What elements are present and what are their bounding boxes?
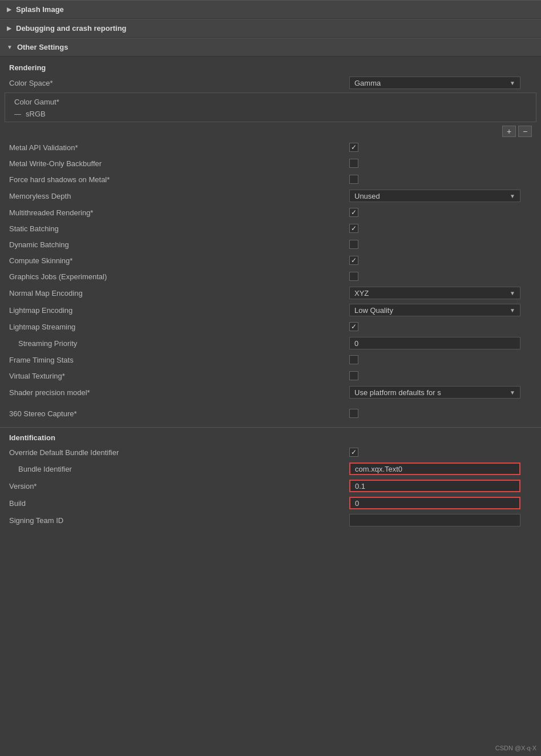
- other-settings-label: Other Settings: [17, 43, 68, 51]
- lightmap-encoding-value: Low Quality: [354, 306, 393, 315]
- stereo-capture-row: 360 Stereo Capture*: [0, 405, 541, 421]
- add-remove-row: + −: [0, 123, 541, 139]
- compute-skinning-label: Compute Skinning*: [9, 256, 349, 265]
- version-input[interactable]: [349, 480, 520, 492]
- normal-map-label: Normal Map Encoding: [9, 289, 349, 297]
- normal-map-row: Normal Map Encoding XYZ ▼: [0, 284, 541, 301]
- color-gamut-row: — sRGB: [10, 108, 531, 119]
- dynamic-batching-row: Dynamic Batching: [0, 236, 541, 252]
- metal-write-label: Metal Write-Only Backbuffer: [9, 159, 349, 168]
- lightmap-streaming-row: Lightmap Streaming: [0, 319, 541, 335]
- override-bundle-checkbox[interactable]: [349, 448, 358, 457]
- metal-write-row: Metal Write-Only Backbuffer: [0, 155, 541, 171]
- shader-precision-control: Use platform defaults for s ▼: [349, 386, 532, 399]
- add-gamut-button[interactable]: +: [502, 126, 516, 137]
- bundle-id-label: Bundle Identifier: [18, 465, 349, 473]
- bundle-id-control: [349, 463, 532, 475]
- signing-team-control: [349, 514, 532, 526]
- remove-gamut-button[interactable]: −: [518, 126, 532, 137]
- shader-precision-dropdown[interactable]: Use platform defaults for s ▼: [349, 386, 520, 399]
- signing-team-label: Signing Team ID: [9, 516, 349, 525]
- graphics-jobs-checkbox[interactable]: [349, 272, 358, 281]
- force-hard-label: Force hard shadows on Metal*: [9, 175, 349, 184]
- watermark: CSDN @X·q·X: [495, 745, 536, 751]
- multithreaded-control: [349, 208, 532, 217]
- lightmap-encoding-row: Lightmap Encoding Low Quality ▼: [0, 301, 541, 319]
- color-space-value: Gamma: [354, 79, 381, 87]
- compute-skinning-control: [349, 256, 532, 265]
- memoryless-label: Memoryless Depth: [9, 192, 349, 200]
- lightmap-encoding-control: Low Quality ▼: [349, 304, 532, 316]
- shader-precision-value: Use platform defaults for s: [354, 388, 441, 397]
- shader-precision-row: Shader precision model* Use platform def…: [0, 384, 541, 401]
- debugging-arrow-icon: ▶: [7, 25, 11, 31]
- virtual-texturing-checkbox[interactable]: [349, 371, 358, 380]
- version-label: Version*: [9, 482, 349, 490]
- signing-team-input[interactable]: [349, 514, 520, 526]
- bundle-id-input[interactable]: [349, 463, 520, 475]
- metal-api-checkbox[interactable]: [349, 143, 358, 152]
- color-gamut-block: Color Gamut* — sRGB: [5, 93, 536, 122]
- stereo-capture-checkbox[interactable]: [349, 409, 358, 418]
- frame-timing-checkbox[interactable]: [349, 355, 358, 364]
- version-row: Version*: [0, 477, 541, 494]
- normal-map-arrow-icon: ▼: [510, 290, 515, 296]
- streaming-priority-input[interactable]: [349, 337, 520, 349]
- color-space-control: Gamma ▼: [349, 77, 532, 89]
- lightmap-encoding-label: Lightmap Encoding: [9, 306, 349, 315]
- build-input[interactable]: [349, 497, 520, 509]
- stereo-capture-label: 360 Stereo Capture*: [9, 409, 349, 418]
- bundle-id-row: Bundle Identifier: [0, 460, 541, 477]
- color-space-row: Color Space* Gamma ▼: [0, 74, 541, 91]
- dynamic-batching-checkbox[interactable]: [349, 240, 358, 249]
- color-space-label: Color Space*: [9, 79, 349, 87]
- virtual-texturing-control: [349, 371, 532, 380]
- settings-panel: ▶ Splash Image ▶ Debugging and crash rep…: [0, 0, 541, 531]
- memoryless-row: Memoryless Depth Unused ▼: [0, 187, 541, 204]
- frame-timing-control: [349, 355, 532, 364]
- graphics-jobs-label: Graphics Jobs (Experimental): [9, 272, 349, 281]
- static-batching-row: Static Batching: [0, 220, 541, 236]
- memoryless-dropdown[interactable]: Unused ▼: [349, 190, 520, 202]
- lightmap-encoding-dropdown[interactable]: Low Quality ▼: [349, 304, 520, 316]
- build-row: Build: [0, 494, 541, 512]
- multithreaded-row: Multithreaded Rendering*: [0, 204, 541, 220]
- graphics-jobs-control: [349, 272, 532, 281]
- static-batching-checkbox[interactable]: [349, 224, 358, 233]
- build-label: Build: [9, 499, 349, 508]
- override-bundle-control: [349, 448, 532, 457]
- force-hard-control: [349, 175, 532, 184]
- color-space-dropdown[interactable]: Gamma ▼: [349, 77, 520, 89]
- metal-api-label: Metal API Validation*: [9, 143, 349, 152]
- force-hard-row: Force hard shadows on Metal*: [0, 171, 541, 187]
- other-settings-section[interactable]: ▼ Other Settings: [0, 38, 541, 57]
- lightmap-streaming-checkbox[interactable]: [349, 322, 358, 331]
- signing-team-row: Signing Team ID: [0, 512, 541, 529]
- static-batching-label: Static Batching: [9, 224, 349, 233]
- virtual-texturing-label: Virtual Texturing*: [9, 372, 349, 380]
- other-settings-body: Rendering Color Space* Gamma ▼ Color Gam…: [0, 57, 541, 531]
- override-bundle-label: Override Default Bundle Identifier: [9, 448, 349, 457]
- memoryless-value: Unused: [354, 192, 380, 200]
- debugging-section[interactable]: ▶ Debugging and crash reporting: [0, 19, 541, 38]
- gamut-dash-icon: —: [14, 110, 21, 118]
- identification-title: Identification: [0, 429, 541, 444]
- metal-write-checkbox[interactable]: [349, 159, 358, 168]
- other-settings-arrow-icon: ▼: [7, 44, 13, 50]
- lightmap-streaming-control: [349, 322, 532, 331]
- debugging-label: Debugging and crash reporting: [16, 24, 127, 33]
- normal-map-value: XYZ: [354, 289, 369, 297]
- lightmap-streaming-label: Lightmap Streaming: [9, 323, 349, 331]
- frame-timing-row: Frame Timing Stats: [0, 352, 541, 368]
- frame-timing-label: Frame Timing Stats: [9, 356, 349, 364]
- override-bundle-row: Override Default Bundle Identifier: [0, 444, 541, 460]
- splash-image-section[interactable]: ▶ Splash Image: [0, 0, 541, 19]
- shader-precision-label: Shader precision model*: [9, 388, 349, 397]
- compute-skinning-row: Compute Skinning*: [0, 252, 541, 268]
- compute-skinning-checkbox[interactable]: [349, 256, 358, 265]
- multithreaded-checkbox[interactable]: [349, 208, 358, 217]
- force-hard-checkbox[interactable]: [349, 175, 358, 184]
- normal-map-dropdown[interactable]: XYZ ▼: [349, 287, 520, 299]
- dynamic-batching-label: Dynamic Batching: [9, 240, 349, 249]
- shader-precision-arrow-icon: ▼: [510, 389, 515, 396]
